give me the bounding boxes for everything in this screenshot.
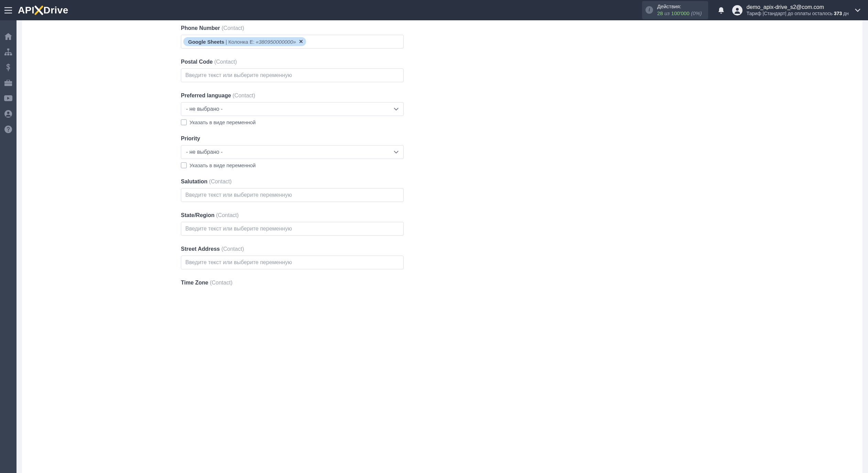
field-label: Phone Number (Contact) <box>181 25 404 31</box>
svg-point-11 <box>7 111 10 114</box>
salutation-input[interactable] <box>181 188 404 202</box>
field-state-region: State/Region (Contact) <box>181 212 404 236</box>
user-menu-chevron[interactable] <box>855 9 860 12</box>
content-card: Phone Number (Contact) Google Sheets | К… <box>22 20 862 473</box>
home-icon <box>4 33 12 40</box>
user-plan: Тариф |Стандарт| до оплаты осталось 373 … <box>747 11 849 17</box>
topbar: APIDrive i Действия: 28 из 100'000 (0%) … <box>0 0 868 20</box>
checkbox-label: Указать в виде переменной <box>189 162 256 168</box>
hamburger-icon <box>4 7 12 13</box>
chevron-down-icon <box>394 151 399 153</box>
field-street-address: Street Address (Contact) <box>181 246 404 269</box>
user-circle-icon <box>4 110 12 118</box>
checkbox-icon <box>181 119 187 125</box>
chevron-down-icon <box>394 108 399 110</box>
priority-select[interactable]: - не выбрано - <box>181 145 404 159</box>
postal-code-input[interactable] <box>181 68 404 82</box>
user-email: demo_apix-drive_s2@com.com <box>747 4 849 11</box>
svg-rect-7 <box>4 81 12 86</box>
dollar-icon <box>6 64 11 71</box>
notifications-button[interactable] <box>718 7 725 14</box>
field-label: Postal Code (Contact) <box>181 59 404 65</box>
field-phone-number: Phone Number (Contact) Google Sheets | К… <box>181 25 404 49</box>
field-salutation: Salutation (Contact) <box>181 179 404 202</box>
select-value: - не выбрано - <box>186 106 223 112</box>
actions-count: 28 <box>657 10 663 16</box>
sidebar-item-help[interactable] <box>0 121 17 137</box>
sitemap-icon <box>4 49 12 55</box>
actions-pct: (0%) <box>691 10 702 16</box>
field-postal-code: Postal Code (Contact) <box>181 59 404 82</box>
user-menu-button[interactable]: demo_apix-drive_s2@com.com Тариф |Станда… <box>732 4 849 17</box>
checkbox-label: Указать в виде переменной <box>189 119 256 125</box>
field-preferred-language: Preferred language (Contact) - не выбран… <box>181 93 404 125</box>
svg-rect-4 <box>4 54 7 55</box>
field-label: Preferred language (Contact) <box>181 93 404 99</box>
logo-text-api: API <box>18 5 34 16</box>
menu-toggle-button[interactable] <box>0 0 17 20</box>
logo-x-icon <box>34 5 44 15</box>
form-area: Phone Number (Contact) Google Sheets | К… <box>181 20 404 310</box>
actions-limit: 100'000 <box>671 10 690 16</box>
use-variable-checkbox[interactable]: Указать в виде переменной <box>181 162 404 168</box>
variable-tag[interactable]: Google Sheets | Колонка E: «380950000000… <box>183 37 306 46</box>
question-circle-icon <box>4 126 12 133</box>
svg-rect-6 <box>10 54 12 55</box>
field-label: Street Address (Contact) <box>181 246 404 252</box>
briefcase-icon <box>4 80 12 86</box>
select-value: - не выбрано - <box>186 149 223 155</box>
actions-label: Действия: <box>657 3 702 10</box>
sidebar-item-connections[interactable] <box>0 44 17 60</box>
field-label: State/Region (Contact) <box>181 212 404 218</box>
avatar <box>732 5 742 15</box>
actions-value-row: 28 из 100'000 (0%) <box>657 10 702 17</box>
youtube-icon <box>4 95 12 101</box>
sidebar-item-billing[interactable] <box>0 60 17 75</box>
preferred-language-select[interactable]: - не выбрано - <box>181 102 404 116</box>
info-icon: i <box>645 6 653 14</box>
state-region-input[interactable] <box>181 222 404 236</box>
user-icon <box>734 7 741 14</box>
sidebar-item-briefcase[interactable] <box>0 75 17 90</box>
sidebar <box>0 20 17 473</box>
checkbox-icon <box>181 162 187 168</box>
use-variable-checkbox[interactable]: Указать в виде переменной <box>181 119 404 125</box>
bell-icon <box>718 7 725 14</box>
svg-point-13 <box>8 131 9 132</box>
svg-rect-5 <box>7 54 9 55</box>
sidebar-item-account[interactable] <box>0 106 17 121</box>
svg-point-2 <box>736 8 739 11</box>
chevron-down-icon <box>855 9 860 12</box>
page-scroll[interactable]: Phone Number (Contact) Google Sheets | К… <box>17 20 868 473</box>
field-time-zone: Time Zone (Contact) <box>181 280 404 286</box>
field-priority: Priority - не выбрано - Указать в виде п… <box>181 136 404 168</box>
sidebar-item-home[interactable] <box>0 29 17 44</box>
user-text: demo_apix-drive_s2@com.com Тариф |Станда… <box>747 4 849 17</box>
actions-text: Действия: 28 из 100'000 (0%) <box>657 3 702 17</box>
svg-rect-3 <box>7 49 9 50</box>
phone-number-input[interactable]: Google Sheets | Колонка E: «380950000000… <box>181 35 404 49</box>
tag-source: Google Sheets <box>188 39 224 45</box>
field-label: Priority <box>181 136 404 142</box>
street-address-input[interactable] <box>181 256 404 269</box>
logo[interactable]: APIDrive <box>18 5 68 16</box>
field-label: Time Zone (Contact) <box>181 280 404 286</box>
actions-counter[interactable]: i Действия: 28 из 100'000 (0%) <box>642 1 708 19</box>
actions-of: из <box>664 10 670 16</box>
logo-text-drive: Drive <box>43 5 68 16</box>
tag-remove-button[interactable]: ✕ <box>299 39 303 45</box>
field-label: Salutation (Contact) <box>181 179 404 185</box>
sidebar-item-video[interactable] <box>0 90 17 106</box>
